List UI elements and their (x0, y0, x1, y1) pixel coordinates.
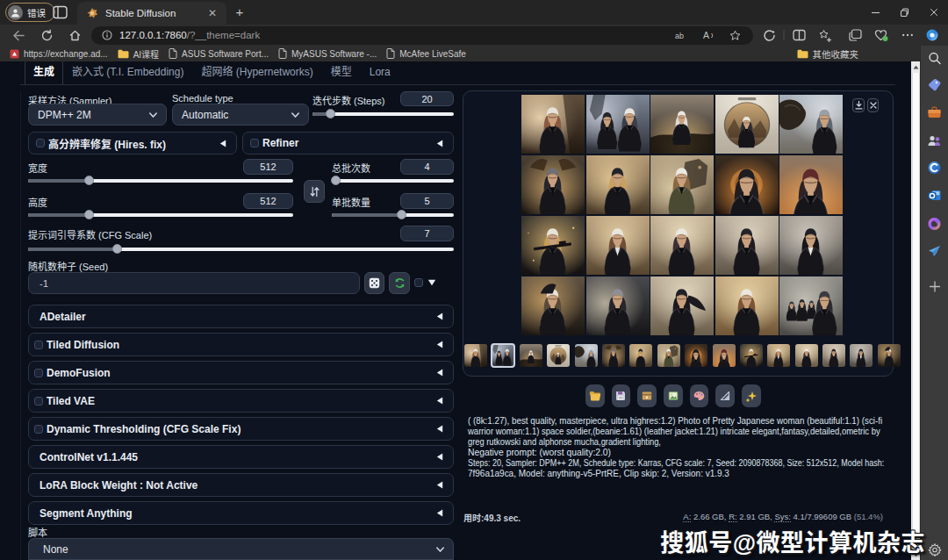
upscale-sparkles-button[interactable] (742, 384, 761, 407)
scrollbar-up-arrow[interactable] (911, 61, 920, 72)
collections-icon[interactable] (847, 27, 863, 43)
batch-count-input[interactable]: 4 (400, 159, 454, 175)
sampler-dropdown[interactable]: DPM++ 2M (28, 104, 167, 126)
bookmark-item[interactable]: https://exchange.ad... (10, 49, 108, 59)
schedule-type-dropdown[interactable]: Automatic (172, 104, 309, 126)
batch-size-input[interactable]: 5 (400, 193, 454, 209)
refiner-panel[interactable]: Refiner (242, 132, 454, 154)
favorites-bar-icon[interactable] (817, 27, 833, 43)
gallery-image-black-beanie-windblown[interactable] (650, 276, 714, 335)
bookmark-item[interactable]: McAfee LiveSafe (386, 48, 466, 59)
accordion-tiled-diffusion[interactable]: Tiled Diffusion (28, 333, 454, 356)
swap-dimensions-button[interactable] (304, 180, 325, 203)
steps-slider[interactable] (312, 109, 454, 118)
other-favorites[interactable]: 其他收藏夹 (797, 46, 859, 61)
window-minimize-button[interactable] (861, 0, 890, 25)
gallery-image-white-hair-standing-glow-horizon[interactable] (650, 95, 714, 154)
gallery-image-two-figures-rocks[interactable] (586, 95, 650, 154)
send-to-image-button[interactable] (664, 384, 683, 407)
gallery-image-blonde-rifle-sparks[interactable] (521, 216, 585, 275)
seed-input[interactable]: -1 (28, 272, 360, 294)
browser-profile-button[interactable]: 错误 (5, 3, 55, 22)
hires-fix-panel[interactable]: 高分辨率修复 (Hires. fix) (28, 132, 237, 154)
sidebar-designer-icon[interactable] (927, 216, 942, 231)
accordion-segment-anything[interactable]: Segment Anything (28, 501, 454, 525)
gallery-thumbnail-10[interactable] (713, 344, 736, 367)
send-to-inpaint-button[interactable] (690, 384, 709, 407)
favorite-star-icon[interactable] (729, 30, 741, 41)
gallery-image-black-beanie-orange-halo[interactable] (715, 155, 779, 214)
sidebar-toolbox-icon[interactable] (927, 104, 942, 119)
send-to-extras-button[interactable] (715, 384, 735, 407)
cfg-scale-slider[interactable] (28, 244, 454, 254)
window-restore-button[interactable] (890, 0, 919, 25)
gallery-thumbnail-6[interactable] (602, 344, 625, 367)
url-text[interactable]: 127.0.0.1:7860/?__theme=dark (119, 30, 674, 40)
random-seed-button[interactable] (364, 272, 384, 294)
accordion-checkbox[interactable] (34, 369, 43, 377)
split-screen-icon[interactable] (791, 27, 807, 43)
width-slider[interactable] (28, 176, 293, 185)
sidebar-settings-gear-icon[interactable] (927, 542, 942, 557)
gallery-thumbnail-3[interactable] (520, 344, 542, 367)
gallery-thumbnail-5[interactable] (575, 344, 598, 367)
accordion-checkbox[interactable] (34, 425, 43, 434)
sidebar-add-icon[interactable] (927, 279, 942, 294)
gallery-thumbnail-16[interactable] (878, 344, 901, 367)
webui-tab-2[interactable]: 超网络 (Hypernetworks) (192, 61, 321, 84)
gallery-thumbnail-8[interactable] (657, 344, 680, 367)
sidebar-drop-icon[interactable] (927, 243, 942, 258)
home-icon[interactable] (67, 27, 83, 43)
accordion-tiled-vae[interactable]: Tiled VAE (28, 389, 454, 413)
webui-tab-4[interactable]: Lora (361, 61, 399, 84)
gallery-close-button[interactable] (867, 98, 879, 112)
save-image-button[interactable] (612, 384, 631, 407)
gallery-image-creature-left-woman-right[interactable] (779, 95, 843, 154)
hires-fix-checkbox[interactable] (36, 139, 45, 147)
webui-tab-txt2img[interactable]: 生成 (25, 61, 63, 84)
accordion-dynamic-thresholding-cfg-scale-fix[interactable]: Dynamic Thresholding (CFG Scale Fix) (28, 417, 454, 441)
gallery-image-white-beanie-smiling-warm[interactable] (715, 276, 779, 335)
browser-tab[interactable]: Stable Diffusion ✕ (77, 2, 226, 25)
sidebar-search-icon[interactable] (927, 51, 942, 66)
gallery-download-button[interactable] (852, 98, 865, 112)
tab-close-icon[interactable]: ✕ (205, 7, 219, 19)
gallery-image-white-beanie-white-shirt[interactable] (586, 216, 650, 275)
scrollbar-thumb[interactable] (912, 73, 920, 548)
gallery-image-arm-raised-dark[interactable] (521, 276, 585, 335)
accordion-lora-block-weight-not-active[interactable]: LoRA Block Weight : Not Active (28, 473, 454, 497)
gallery-image-gray-beanie-alley[interactable] (586, 276, 650, 335)
bookmark-item[interactable]: ASUS Software Port... (169, 48, 269, 59)
extension-icon[interactable] (761, 27, 777, 43)
script-dropdown[interactable]: None (28, 538, 454, 560)
gallery-image-sphere-scene[interactable] (715, 95, 779, 154)
accordion-controlnet-v1-1-445[interactable]: ControlNet v1.1.445 (28, 445, 454, 469)
accordion-demofusion[interactable]: DemoFusion (28, 361, 454, 384)
back-icon[interactable] (11, 27, 26, 43)
bookmark-item[interactable]: AI课程 (118, 47, 159, 61)
browser-essentials-icon[interactable] (873, 27, 889, 43)
steps-input[interactable]: 20 (400, 91, 454, 106)
page-scrollbar[interactable] (911, 61, 920, 560)
cfg-scale-input[interactable]: 7 (400, 226, 454, 241)
gallery-image-blonde-black-beanie-profile[interactable] (586, 155, 650, 214)
gallery-image-gray-beanie-open-jacket[interactable] (521, 155, 585, 214)
batch-count-slider[interactable] (332, 176, 454, 185)
new-tab-button[interactable]: + (232, 4, 248, 20)
read-aloud-icon[interactable]: A (702, 30, 715, 40)
more-menu-icon[interactable] (900, 27, 916, 43)
webui-tab-1[interactable]: 嵌入式 (T.I. Embedding) (63, 61, 192, 84)
sidebar-microsoft365-icon[interactable] (927, 160, 942, 175)
gallery-image-portrait-white-beanie-red-hair[interactable] (521, 95, 585, 154)
height-input[interactable]: 512 (243, 193, 293, 209)
sidebar-people-icon[interactable] (927, 133, 942, 147)
gallery-thumbnail-11[interactable] (740, 344, 763, 367)
batch-size-slider[interactable] (332, 210, 454, 219)
sidebar-outlook-icon[interactable] (927, 188, 942, 203)
gallery-thumbnail-9[interactable] (685, 344, 707, 367)
sidebar-shopping-icon[interactable] (927, 77, 942, 92)
extra-seed-checkbox[interactable] (414, 278, 423, 287)
height-slider[interactable] (28, 210, 293, 219)
width-input[interactable]: 512 (243, 159, 293, 175)
gallery-thumbnail-14[interactable] (822, 344, 845, 367)
